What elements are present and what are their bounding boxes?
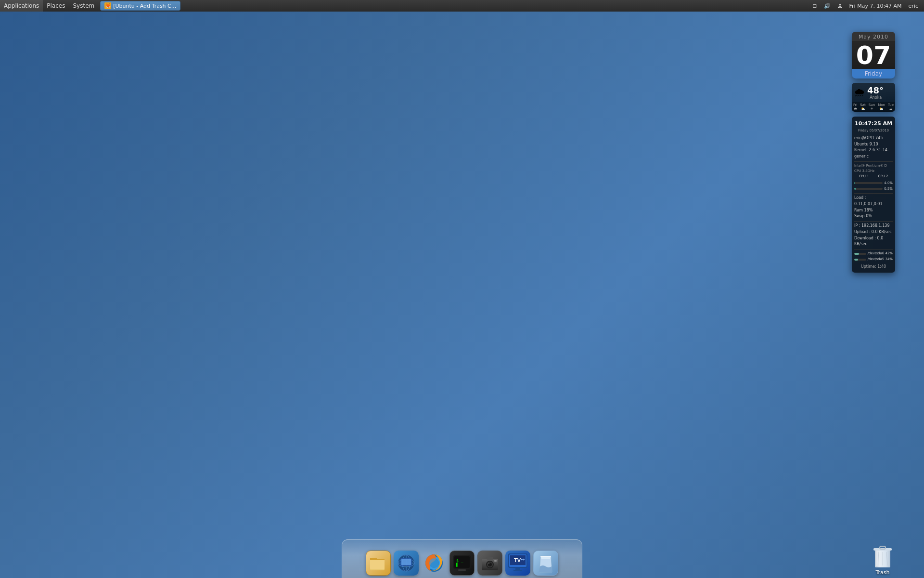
dock-items: $ _ ▋ <box>356 547 568 578</box>
dock-icon-teamviewer: TV ↔ <box>505 551 530 576</box>
calendar-day: 07 <box>852 41 895 69</box>
dock-item-files[interactable] <box>366 551 391 576</box>
forecast-fri: Fri🌧 <box>853 103 857 111</box>
sysmon-disk1-fill <box>854 253 859 255</box>
datetime-display[interactable]: Fri May 7, 10:47 AM <box>847 0 904 12</box>
svg-rect-11 <box>404 566 409 567</box>
terminal-icon: $ _ ▋ <box>452 553 472 573</box>
dock-icon-files <box>366 551 391 576</box>
panel-right: ⊟ 🔊 🖧 Fri May 7, 10:47 AM eric <box>810 0 924 12</box>
sysmon-kernel: Kernel: 2.6.31-14-generic <box>854 147 893 160</box>
svg-rect-3 <box>370 559 385 560</box>
dock-item-teamviewer[interactable]: TV ↔ <box>505 551 530 576</box>
sysmon-hostname: eric@OPTI-745 <box>854 135 893 142</box>
svg-rect-39 <box>880 546 886 549</box>
dock-icon-water <box>533 551 558 576</box>
sysmon-cpu2-val: 0.5% <box>884 186 893 192</box>
dock: $ _ ▋ <box>356 547 568 578</box>
dock-icon-terminal: $ _ ▋ <box>449 551 475 576</box>
calendar-widget: May 2010 07 Friday <box>852 32 895 79</box>
user-display[interactable]: eric <box>907 0 920 12</box>
sysmon-divider2 <box>854 193 893 194</box>
calendar-month: May 2010 <box>852 32 895 41</box>
sysmon-cpu2-fill <box>854 188 856 190</box>
weather-temp: 48° <box>867 85 884 95</box>
svg-rect-20 <box>458 569 466 571</box>
desktop-trash[interactable]: Trash <box>870 543 895 576</box>
sysmon-cpu1-val: 4.0% <box>884 181 893 186</box>
sysmon-ip: IP : 192.168.1.139 <box>854 223 893 229</box>
sysmon-cpu1-bg <box>854 182 883 184</box>
sysmon-disk2-val: /dev/sda5 34% <box>868 257 893 262</box>
sysmon-divider4 <box>854 249 893 250</box>
dock-item-water[interactable] <box>533 551 558 576</box>
menu-system[interactable]: System <box>69 0 98 12</box>
teamviewer-icon: TV ↔ <box>507 552 528 574</box>
firefox-icon <box>422 551 446 575</box>
trash-icon-svg <box>871 543 894 568</box>
sysmon-divider1 <box>854 161 893 162</box>
dock-item-network[interactable] <box>394 551 419 576</box>
sysmon-disk2-bg <box>854 259 866 261</box>
network-indicator[interactable]: 🖧 <box>835 0 845 12</box>
volume-indicator[interactable]: 🔊 <box>822 0 833 12</box>
dock-item-firefox[interactable] <box>422 551 447 576</box>
sysmon-load: Load : 0.11,0.07,0.01 <box>854 195 893 208</box>
desktop: May 2010 07 Friday 🌧 48° Anoka Fri🌧 Sat⛅… <box>0 12 924 578</box>
sysmon-uptime: Uptime: 1:40 <box>854 264 893 270</box>
sysmon-disk1-bg <box>854 253 866 255</box>
sysmon-host-section: eric@OPTI-745 Ubuntu 9.10 Kernel: 2.6.31… <box>854 135 893 160</box>
forecast-sun: Sun☀ <box>869 103 875 111</box>
window-tab-firefox[interactable]: 🦊 [Ubuntu - Add Trash C... <box>100 1 180 11</box>
trash-icon <box>870 543 895 568</box>
sysmon-cpu2-bar: 0.5% <box>854 186 893 192</box>
menu-applications[interactable]: Applications <box>0 0 43 12</box>
dock-item-terminal[interactable]: $ _ ▋ <box>449 551 475 576</box>
weather-widget: 🌧 48° Anoka Fri🌧 Sat⛅ Sun☀ Mon⛅ Tue☁ <box>852 83 895 112</box>
weather-main: 🌧 48° Anoka <box>852 83 895 102</box>
water-icon <box>536 552 556 574</box>
sysmon-widget: 10:47:25 AM Friday 05/07/2010 eric@OPTI-… <box>852 117 895 273</box>
svg-rect-2 <box>370 559 385 569</box>
weather-icon: 🌧 <box>854 86 865 99</box>
sysmon-os: Ubuntu 9.10 <box>854 142 893 148</box>
svg-rect-23 <box>487 557 493 560</box>
svg-text:▋: ▋ <box>456 563 458 567</box>
svg-rect-33 <box>515 568 520 570</box>
sysmon-download: Download : 0.0 KB/sec <box>854 236 893 248</box>
sysmon-cpu-model: Intel® Pentium® D CPU 3.4GHz <box>854 163 893 174</box>
sysmon-disk1-bar: /dev/sda6 42% <box>854 251 893 256</box>
top-panel: Applications Places System 🦊 [Ubuntu - A… <box>0 0 924 12</box>
svg-point-15 <box>429 558 439 568</box>
menu-places[interactable]: Places <box>43 0 69 12</box>
sysmon-cpu1-label: CPU 1 <box>859 174 869 179</box>
svg-point-27 <box>488 563 489 564</box>
svg-rect-34 <box>513 570 522 571</box>
dock-icon-firefox <box>422 551 447 576</box>
weather-forecast: Fri🌧 Sat⛅ Sun☀ Mon⛅ Tue☁ <box>852 102 895 112</box>
calendar-weekday: Friday <box>852 69 895 79</box>
dock-icon-camera <box>477 551 502 576</box>
svg-rect-43 <box>876 551 878 566</box>
dock-icon-network <box>394 551 419 576</box>
files-icon <box>369 554 387 572</box>
window-buttons[interactable]: ⊟ <box>810 0 819 12</box>
dock-item-camera[interactable] <box>477 551 502 576</box>
camera-icon <box>480 553 500 573</box>
sysmon-swap: Swap 0% <box>854 213 893 220</box>
sysmon-date: Friday 05/07/2010 <box>854 128 893 133</box>
svg-text:TV: TV <box>514 557 521 563</box>
sysmon-upload: Upload : 0.0 KB/sec <box>854 229 893 236</box>
sysmon-disk2-bar: /dev/sda5 34% <box>854 257 893 262</box>
forecast-tue: Tue☁ <box>888 103 894 111</box>
forecast-sat: Sat⛅ <box>860 103 865 111</box>
sysmon-cpu2-label: CPU 2 <box>878 174 888 179</box>
sysmon-time: 10:47:25 AM <box>854 119 893 128</box>
sysmon-cpu2-bg <box>854 188 883 190</box>
svg-rect-10 <box>401 559 411 565</box>
weather-location: Anoka <box>867 95 884 100</box>
panel-left: Applications Places System 🦊 [Ubuntu - A… <box>0 0 180 12</box>
sysmon-cpu1-fill <box>854 182 855 184</box>
forecast-mon: Mon⛅ <box>878 103 885 111</box>
sysmon-disk1-val: /dev/sda6 42% <box>868 251 893 256</box>
